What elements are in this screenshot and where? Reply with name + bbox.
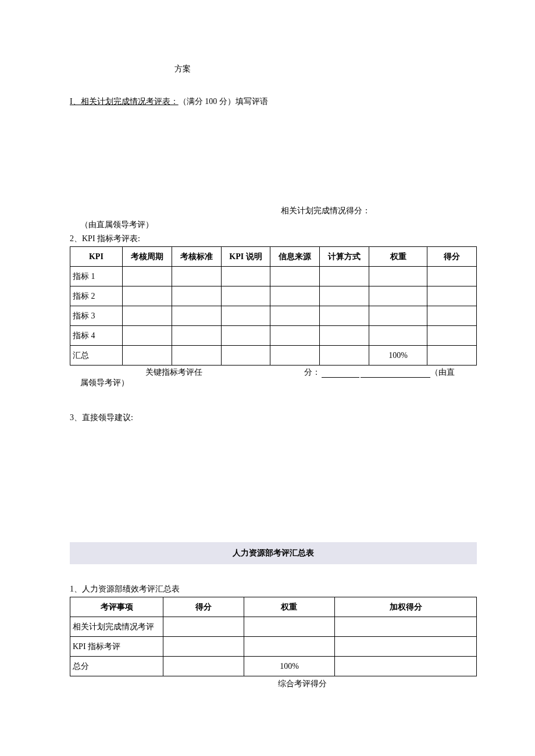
- kpi-cell: [172, 306, 221, 326]
- table-row: 相关计划完成情况考评: [70, 617, 477, 637]
- sum-h2: 权重: [244, 597, 334, 617]
- section-1-paren: （满分 100 分）填写评语: [179, 97, 268, 106]
- summary-row-label: 相关计划完成情况考评: [70, 617, 163, 637]
- kpi-cell: [270, 326, 320, 346]
- summary-cell: [244, 617, 334, 637]
- summary-cell: [335, 657, 477, 676]
- kpi-cell: [320, 346, 369, 366]
- kpi-row-label: 汇总: [70, 346, 123, 366]
- kpi-cell: [221, 267, 270, 286]
- kpi-cell: [122, 346, 172, 366]
- summary-cell: 100%: [244, 657, 334, 676]
- kpi-cell: [122, 267, 172, 286]
- kpi-cell: 100%: [369, 346, 427, 366]
- sum-h0: 考评事项: [70, 597, 163, 617]
- table-row: 总分100%: [70, 657, 477, 676]
- kpi-h3: KPI 说明: [221, 247, 270, 267]
- kpi-table: KPI 考核周期 考核标准 KPI 说明 信息来源 计算方式 权重 得分 指标 …: [70, 246, 477, 366]
- kpi-footer-b: 分：: [304, 367, 320, 378]
- section-2-title: 2、KPI 指标考评表:: [70, 234, 477, 244]
- table-row: 指标 1: [70, 267, 477, 286]
- kpi-cell: [221, 306, 270, 326]
- final-score-label: 综合考评得分: [128, 679, 477, 689]
- evaluator-note-2: 属领导考评）: [80, 378, 477, 388]
- kpi-h6: 权重: [369, 247, 427, 267]
- kpi-cell: [172, 326, 221, 346]
- summary-cell: [163, 657, 244, 676]
- sum-h1: 得分: [163, 597, 244, 617]
- kpi-h0: KPI: [70, 247, 123, 267]
- doc-title: 方案: [174, 64, 477, 74]
- section-1: I、相关计划完成情况考评表：（满分 100 分）填写评语: [70, 96, 477, 107]
- kpi-footer-line2: [361, 367, 430, 378]
- kpi-row-label: 指标 2: [70, 286, 123, 306]
- kpi-cell: [122, 286, 172, 306]
- table-row: 指标 2: [70, 286, 477, 306]
- kpi-cell: [427, 346, 477, 366]
- kpi-h7: 得分: [427, 247, 477, 267]
- kpi-cell: [172, 267, 221, 286]
- kpi-cell: [427, 326, 477, 346]
- kpi-cell: [320, 326, 369, 346]
- table-row: KPI 指标考评: [70, 637, 477, 657]
- kpi-cell: [369, 306, 427, 326]
- kpi-h1: 考核周期: [122, 247, 172, 267]
- kpi-cell: [221, 286, 270, 306]
- kpi-cell: [369, 326, 427, 346]
- kpi-cell: [172, 286, 221, 306]
- kpi-cell: [122, 306, 172, 326]
- kpi-row-label: 指标 4: [70, 326, 123, 346]
- table-row: 指标 3: [70, 306, 477, 326]
- summary-cell: [335, 637, 477, 657]
- kpi-footer-line1: [322, 367, 359, 378]
- summary-row-label: KPI 指标考评: [70, 637, 163, 657]
- kpi-h4: 信息来源: [270, 247, 320, 267]
- kpi-cell: [320, 306, 369, 326]
- kpi-cell: [270, 286, 320, 306]
- kpi-footer-a: 关键指标考评任: [145, 367, 202, 378]
- kpi-cell: [122, 326, 172, 346]
- kpi-footer-e: （由直: [430, 367, 455, 378]
- table-row: 指标 4: [70, 326, 477, 346]
- kpi-cell: [369, 267, 427, 286]
- summary-cell: [244, 637, 334, 657]
- hr-banner: 人力资源部考评汇总表: [70, 542, 477, 564]
- kpi-cell: [427, 306, 477, 326]
- kpi-row-label: 指标 1: [70, 267, 123, 286]
- kpi-header-row: KPI 考核周期 考核标准 KPI 说明 信息来源 计算方式 权重 得分: [70, 247, 477, 267]
- kpi-cell: [320, 267, 369, 286]
- kpi-cell: [270, 306, 320, 326]
- kpi-row-label: 指标 3: [70, 306, 123, 326]
- kpi-cell: [221, 326, 270, 346]
- summary-cell: [163, 637, 244, 657]
- kpi-cell: [221, 346, 270, 366]
- kpi-cell: [270, 267, 320, 286]
- section-4-title: 1、人力资源部绩效考评汇总表: [70, 584, 477, 594]
- summary-table: 考评事项 得分 权重 加权得分 相关计划完成情况考评KPI 指标考评总分100%: [70, 597, 477, 676]
- plan-score-label: 相关计划完成情况得分：: [174, 206, 477, 216]
- summary-row-label: 总分: [70, 657, 163, 676]
- kpi-footer-row: 关键指标考评任 分： （由直: [70, 367, 477, 378]
- evaluator-note-1: （由直属领导考评）: [80, 220, 477, 230]
- summary-cell: [163, 617, 244, 637]
- kpi-cell: [172, 346, 221, 366]
- kpi-cell: [369, 286, 427, 306]
- section-1-prefix: I、相关计划完成情况考评表：: [70, 97, 179, 106]
- sum-h3: 加权得分: [335, 597, 477, 617]
- kpi-h5: 计算方式: [320, 247, 369, 267]
- table-row: 汇总100%: [70, 346, 477, 366]
- kpi-h2: 考核标准: [172, 247, 221, 267]
- kpi-cell: [427, 286, 477, 306]
- kpi-cell: [270, 346, 320, 366]
- kpi-cell: [427, 267, 477, 286]
- kpi-cell: [320, 286, 369, 306]
- summary-cell: [335, 617, 477, 637]
- summary-header-row: 考评事项 得分 权重 加权得分: [70, 597, 477, 617]
- section-3-title: 3、直接领导建议:: [70, 413, 477, 423]
